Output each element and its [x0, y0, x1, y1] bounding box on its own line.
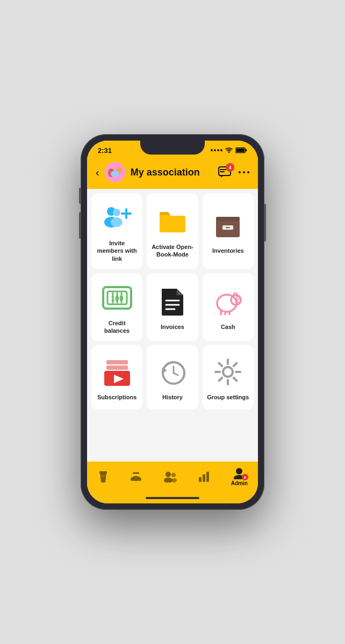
history-button[interactable]: History: [147, 345, 198, 409]
food-icon: [130, 471, 142, 482]
group-settings-label: Group settings: [207, 393, 249, 401]
history-icon: [159, 358, 186, 386]
svg-line-50: [174, 373, 178, 375]
piggy-icon-wrap: [212, 286, 244, 318]
svg-point-16: [113, 209, 120, 216]
svg-rect-64: [133, 472, 139, 474]
svg-text:e: e: [244, 475, 246, 479]
svg-line-56: [219, 363, 222, 367]
more-options-icon[interactable]: [239, 167, 249, 177]
svg-rect-2: [246, 149, 247, 151]
invoices-label: Invoices: [161, 323, 184, 331]
invoice-icon: [160, 287, 185, 317]
feature-grid: Invite members with link Activate Open-B…: [91, 193, 254, 409]
svg-rect-20: [160, 216, 185, 232]
group-settings-button[interactable]: Group settings: [203, 345, 254, 409]
nav-admin[interactable]: e Admin: [231, 467, 248, 486]
header-actions: 4: [218, 166, 249, 178]
stats-icon: [198, 471, 211, 482]
settings-icon: [213, 357, 242, 386]
svg-rect-22: [216, 217, 240, 221]
credit-icon-wrap: 100: [101, 282, 133, 314]
svg-point-51: [223, 367, 233, 377]
invoice-icon-wrap: [156, 286, 189, 318]
members-nav-icon: [163, 471, 177, 482]
svg-point-42: [235, 299, 237, 301]
app-header: ‹ My association: [87, 158, 258, 189]
svg-point-67: [171, 473, 176, 477]
subscriptions-button[interactable]: Subscriptions: [91, 345, 142, 409]
piggy-icon: [212, 288, 243, 315]
svg-rect-71: [206, 472, 209, 482]
admin-label: Admin: [231, 480, 248, 486]
svg-line-57: [234, 378, 237, 381]
notification-button[interactable]: 4: [218, 166, 231, 178]
invite-icon: [102, 205, 133, 231]
admin-badge-icon: e: [243, 475, 247, 479]
invite-members-label: Invite members with link: [96, 239, 138, 262]
svg-point-17: [111, 217, 123, 227]
back-button[interactable]: ‹: [96, 166, 99, 179]
battery-icon: [235, 147, 247, 153]
inventories-button[interactable]: Inventories: [203, 193, 254, 269]
invoices-button[interactable]: Invoices: [147, 273, 198, 341]
svg-rect-70: [203, 474, 205, 482]
wifi-icon: [225, 147, 233, 153]
cash-button[interactable]: Cash: [203, 273, 254, 341]
credit-icon: 100: [102, 286, 132, 310]
bottom-navigation: e Admin: [87, 462, 258, 495]
svg-rect-24: [226, 227, 230, 228]
svg-rect-60: [99, 471, 107, 473]
credit-balances-label: Credit balances: [96, 319, 138, 335]
phone-screen: 2:31: [87, 141, 258, 503]
nav-members[interactable]: [163, 471, 177, 482]
svg-rect-69: [199, 477, 202, 482]
svg-point-65: [166, 472, 171, 477]
page-title: My association: [131, 167, 213, 178]
svg-point-13: [247, 171, 249, 173]
subscriptions-icon-wrap: [101, 356, 133, 388]
nav-food[interactable]: [130, 471, 142, 482]
home-bar: [146, 497, 199, 499]
svg-rect-43: [106, 360, 128, 364]
history-icon-wrap: [156, 356, 189, 388]
folder-icon: [157, 209, 188, 235]
activate-open-book-button[interactable]: Activate Open-Book-Mode: [147, 193, 198, 269]
svg-rect-61: [101, 475, 105, 477]
inventories-label: Inventories: [212, 247, 244, 254]
svg-point-0: [228, 152, 229, 153]
svg-point-12: [243, 171, 245, 173]
subscriptions-icon: [102, 358, 132, 386]
notch: [140, 141, 205, 155]
main-content: Invite members with link Activate Open-B…: [87, 189, 258, 462]
credit-balances-button[interactable]: 100 Credit balances: [91, 273, 142, 341]
svg-point-7: [111, 171, 119, 177]
svg-point-66: [164, 478, 172, 482]
status-time: 2:31: [98, 147, 112, 155]
svg-rect-44: [106, 365, 128, 370]
box-icon-wrap: [212, 209, 244, 241]
phone-frame: 2:31: [81, 134, 264, 510]
folder-icon-wrap: [156, 206, 189, 238]
settings-icon-wrap: [212, 356, 244, 388]
status-icons: [211, 147, 247, 153]
subscriptions-label: Subscriptions: [97, 393, 136, 401]
signal-dots: [211, 149, 222, 151]
invite-icon-wrap: [101, 202, 133, 234]
svg-point-68: [171, 478, 177, 482]
box-icon: [214, 211, 242, 239]
nav-stats[interactable]: [198, 471, 211, 482]
cash-label: Cash: [221, 323, 235, 331]
svg-rect-3: [236, 149, 245, 152]
svg-line-59: [219, 378, 222, 381]
open-book-label: Activate Open-Book-Mode: [151, 243, 193, 259]
avatar[interactable]: [105, 162, 125, 182]
svg-text:100: 100: [111, 294, 124, 303]
svg-point-72: [236, 468, 242, 474]
nav-drinks[interactable]: [97, 470, 109, 483]
drinks-icon: [97, 470, 109, 483]
svg-line-58: [234, 363, 237, 367]
invite-members-button[interactable]: Invite members with link: [91, 193, 142, 269]
history-label: History: [162, 393, 183, 401]
notification-badge: 4: [226, 163, 234, 172]
